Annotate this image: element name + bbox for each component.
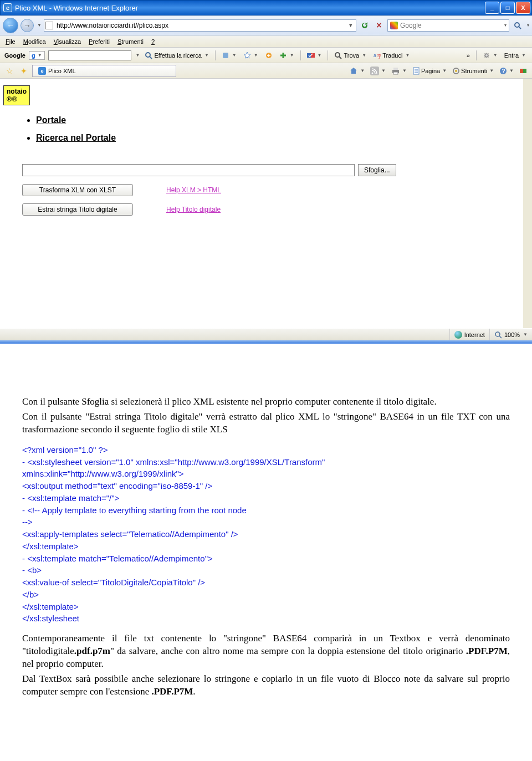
- transform-xml-button[interactable]: Trasforma XLM con XLST: [22, 184, 133, 196]
- window-close-button[interactable]: X: [516, 2, 530, 14]
- doc-para-3: Contemporaneamente il file txt contenent…: [22, 632, 510, 671]
- browser-statusbar: Internet 100% ▼: [0, 328, 532, 340]
- globe-icon: [454, 331, 462, 339]
- svg-point-28: [495, 332, 500, 336]
- print-button[interactable]: ▼: [390, 66, 408, 76]
- search-go-button[interactable]: [511, 19, 524, 32]
- link-ricerca-portale[interactable]: Ricerca nel Portale: [36, 133, 116, 142]
- address-bar[interactable]: ▾: [44, 19, 356, 32]
- zoom-control[interactable]: 100% ▼: [489, 329, 532, 340]
- gtb-settings-icon[interactable]: ▼: [481, 51, 499, 60]
- svg-rect-26: [520, 69, 523, 73]
- extract-title-button[interactable]: Estrai stringa Titolo digitale: [22, 203, 133, 216]
- browser-navbar: ← → ▼ ▾ × ▾ ▾: [0, 16, 532, 35]
- address-input[interactable]: [55, 22, 347, 29]
- code-block: <?xml version="1.0" ?>- <xsl:stylesheet …: [22, 444, 510, 625]
- svg-line-1: [519, 27, 521, 29]
- gtb-plus-icon[interactable]: ▼: [278, 51, 296, 60]
- svg-rect-4: [223, 53, 228, 58]
- gtb-star-icon[interactable]: ▼: [242, 51, 260, 60]
- doc-para-1: Con il pulsante Sfoglia si selezionerà i…: [22, 396, 510, 408]
- help-titolo-digitale-link[interactable]: Help Titolo digitale: [166, 206, 221, 213]
- menu-tools[interactable]: Strumenti: [117, 38, 144, 45]
- add-favorite-button[interactable]: ☆: [3, 65, 16, 77]
- svg-point-14: [372, 72, 374, 74]
- page-menu-button[interactable]: Pagina▼: [411, 67, 448, 75]
- research-button[interactable]: [518, 67, 529, 75]
- vertical-scrollbar[interactable]: ▲: [523, 79, 532, 328]
- tab-label: Plico XML: [48, 68, 76, 74]
- menu-view[interactable]: Visualizza: [54, 38, 81, 45]
- forward-button[interactable]: →: [21, 19, 34, 32]
- browser-menubar: File Modifica Visualizza Preferiti Strum…: [0, 35, 532, 48]
- window-title: Plico XML - Windows Internet Explorer: [15, 4, 138, 12]
- window-maximize-button[interactable]: □: [500, 2, 515, 14]
- browser-search-box[interactable]: ▾: [387, 19, 509, 32]
- page-viewport: notaio ®® Portale Ricerca nel Portale Sf…: [0, 79, 532, 328]
- help-button[interactable]: ?▼: [498, 67, 515, 75]
- search-provider-icon: [390, 22, 398, 29]
- file-path-input[interactable]: [22, 164, 355, 176]
- menu-edit[interactable]: Modifica: [23, 38, 46, 45]
- browser-tabbar: ☆ ✦ e Plico XML ▼ ▼ ▼ Pagina▼ Strumenti▼…: [0, 63, 532, 79]
- scroll-up-arrow[interactable]: ▲: [523, 79, 532, 88]
- doc-para-4: Dal TextBox sarà possibile anche selezio…: [22, 673, 510, 698]
- page-icon: [45, 22, 53, 29]
- search-dropdown[interactable]: ▾: [503, 23, 507, 28]
- home-button[interactable]: ▼: [347, 66, 366, 76]
- gtb-translate-button[interactable]: a字 Traduci▼: [371, 51, 411, 60]
- google-search-dropdown[interactable]: ▼: [135, 53, 140, 58]
- google-account-dropdown[interactable]: g▼: [29, 51, 45, 60]
- gtb-check-icon[interactable]: ▼: [305, 51, 324, 60]
- svg-text:字: 字: [377, 54, 381, 59]
- doc-para-2: Con il pulsante "Estrai stringa Titolo d…: [22, 411, 510, 436]
- browser-search-input[interactable]: [400, 22, 503, 29]
- google-toolbar-search-input[interactable]: [48, 50, 131, 60]
- svg-point-2: [146, 53, 150, 57]
- svg-point-0: [515, 23, 519, 27]
- menu-favorites[interactable]: Preferiti: [89, 38, 110, 45]
- browser-tab[interactable]: e Plico XML: [32, 65, 176, 77]
- svg-rect-13: [370, 67, 379, 75]
- window-titlebar: e Plico XML - Windows Internet Explorer …: [0, 0, 532, 16]
- svg-text:a: a: [374, 53, 376, 58]
- window-minimize-button[interactable]: _: [485, 2, 499, 14]
- help-xml-html-link[interactable]: Help XLM > HTML: [166, 186, 221, 194]
- refresh-button[interactable]: [359, 19, 371, 32]
- ie-icon: e: [3, 3, 12, 12]
- svg-point-12: [485, 54, 488, 57]
- site-logo: notaio ®®: [3, 85, 30, 105]
- nav-history-dropdown[interactable]: ▼: [36, 23, 42, 28]
- google-toolbar: Google g▼ ▼ Effettua la ricerca▼ ▼ ▼ ▼ ▼…: [0, 48, 532, 63]
- google-search-button[interactable]: Effettua la ricerca▼: [143, 51, 210, 60]
- svg-point-8: [335, 53, 340, 57]
- browse-button[interactable]: Sfoglia...: [358, 164, 396, 176]
- menu-help[interactable]: ?: [151, 38, 155, 45]
- gtb-icon-1[interactable]: ▼: [220, 51, 238, 60]
- gtb-signin-button[interactable]: Entra▼: [503, 52, 528, 59]
- address-dropdown[interactable]: ▾: [347, 22, 355, 29]
- svg-line-29: [499, 336, 502, 338]
- scroll-thumb[interactable]: [523, 88, 532, 254]
- document-body: Con il pulsante Sfoglia si selezionerà i…: [0, 344, 532, 723]
- menu-file[interactable]: File: [6, 38, 16, 45]
- gtb-more-icon[interactable]: »: [465, 52, 472, 59]
- svg-line-3: [150, 57, 152, 59]
- feeds-button[interactable]: ▼: [369, 66, 387, 76]
- zoom-level: 100%: [504, 331, 520, 338]
- svg-line-9: [339, 57, 341, 59]
- back-button[interactable]: ←: [3, 18, 18, 33]
- search-options-dropdown[interactable]: ▾: [526, 23, 529, 28]
- stop-button[interactable]: ×: [373, 19, 385, 32]
- gtb-share-icon[interactable]: [263, 51, 274, 60]
- svg-rect-27: [523, 69, 526, 73]
- gtb-find-button[interactable]: Trova▼: [332, 51, 368, 60]
- tab-ie-icon: e: [38, 67, 46, 75]
- favorites-center-button[interactable]: ✦: [18, 65, 30, 77]
- svg-rect-17: [393, 72, 398, 74]
- link-portale[interactable]: Portale: [36, 115, 66, 125]
- svg-text:?: ?: [502, 68, 505, 74]
- google-toolbar-label: Google: [4, 52, 25, 59]
- svg-point-23: [455, 70, 457, 72]
- tools-menu-button[interactable]: Strumenti▼: [451, 67, 495, 75]
